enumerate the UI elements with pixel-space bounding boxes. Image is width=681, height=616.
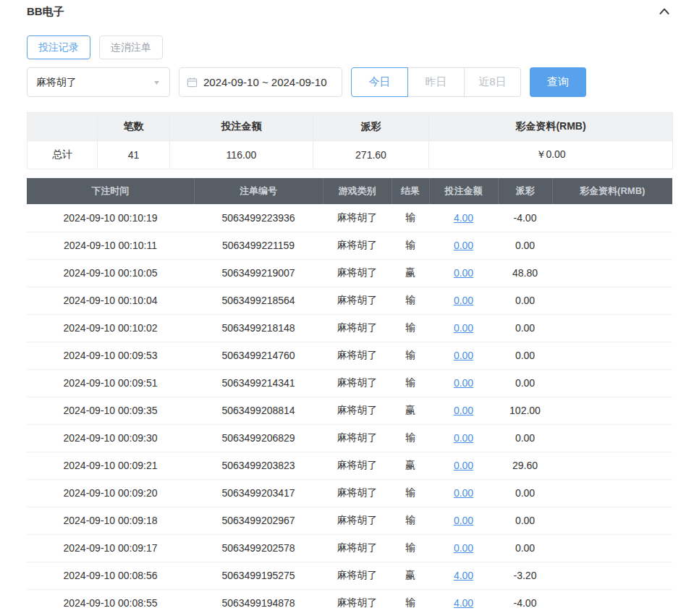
- quick-yesterday-button[interactable]: 昨日: [407, 67, 465, 97]
- bet-amount-link[interactable]: 0.00: [454, 377, 473, 389]
- cell-bonus: [552, 259, 672, 287]
- cell-game: 麻将胡了: [323, 259, 392, 287]
- game-select[interactable]: 麻将胡了 ▼: [27, 67, 170, 97]
- cell-payout: 0.00: [498, 424, 552, 452]
- table-row: 2024-09-10 00:09:35 5063499208814 麻将胡了 赢…: [27, 397, 672, 424]
- table-row: 2024-09-10 00:09:21 5063499203823 麻将胡了 赢…: [27, 452, 672, 479]
- cell-result: 赢: [392, 562, 429, 589]
- cell-game: 麻将胡了: [323, 397, 392, 424]
- cell-bet: 4.00: [429, 204, 498, 232]
- summary-header-blank: [28, 113, 98, 141]
- cell-game: 麻将胡了: [323, 204, 392, 232]
- cell-bet: 0.00: [429, 397, 498, 424]
- table-row: 2024-09-10 00:10:19 5063499223936 麻将胡了 输…: [27, 204, 672, 232]
- game-select-value: 麻将胡了: [36, 76, 77, 89]
- cell-time: 2024-09-10 00:10:19: [27, 204, 194, 232]
- bet-records-table: 下注时间 注单编号 游戏类别 结果 投注金额 派彩 彩金资料(RMB) 2024…: [27, 178, 672, 616]
- bet-amount-link[interactable]: 0.00: [454, 295, 473, 306]
- cell-game: 麻将胡了: [323, 232, 392, 259]
- cell-game: 麻将胡了: [323, 479, 392, 507]
- chevron-up-icon: [658, 5, 671, 18]
- summary-total-row: 总计 41 116.00 271.60 ￥0.00: [28, 141, 673, 169]
- collapse-panel-button[interactable]: [658, 5, 671, 18]
- cell-time: 2024-09-10 00:09:20: [27, 479, 194, 507]
- cell-game: 麻将胡了: [323, 287, 392, 314]
- bet-amount-link[interactable]: 0.00: [454, 322, 473, 334]
- cell-order: 5063499206829: [194, 424, 323, 452]
- cell-game: 麻将胡了: [323, 452, 392, 479]
- cell-payout: 0.00: [498, 534, 552, 562]
- quick-today-button[interactable]: 今日: [351, 67, 408, 97]
- search-button[interactable]: 查询: [530, 67, 586, 97]
- cell-bonus: [552, 589, 672, 616]
- cell-bonus: [552, 397, 672, 424]
- bb-electronic-panel: BB电子 投注记录 连消注单 麻将胡了 ▼ 2024-09-10 ~ 2024-…: [27, 0, 672, 616]
- summary-header-bonus: 彩金资料(RMB): [429, 113, 673, 141]
- date-range-value: 2024-09-10 ~ 2024-09-10: [203, 76, 327, 88]
- cell-order: 5063499202578: [194, 534, 323, 562]
- cell-payout: 0.00: [498, 342, 552, 369]
- bet-amount-link[interactable]: 4.00: [454, 597, 473, 609]
- cell-order: 5063499221159: [194, 232, 323, 259]
- cell-bet: 0.00: [429, 259, 498, 287]
- header-bonus: 彩金资料(RMB): [552, 178, 672, 204]
- cell-result: 输: [392, 369, 429, 397]
- cell-time: 2024-09-10 00:09:30: [27, 424, 194, 452]
- cell-game: 麻将胡了: [323, 562, 392, 589]
- bet-amount-link[interactable]: 0.00: [454, 267, 473, 279]
- cell-time: 2024-09-10 00:09:17: [27, 534, 194, 562]
- table-row: 2024-09-10 00:10:04 5063499218564 麻将胡了 输…: [27, 287, 672, 314]
- table-row: 2024-09-10 00:09:18 5063499202967 麻将胡了 输…: [27, 507, 672, 534]
- cell-result: 输: [392, 204, 429, 232]
- cell-result: 输: [392, 534, 429, 562]
- cell-result: 输: [392, 232, 429, 259]
- cell-bet: 0.00: [429, 452, 498, 479]
- cell-game: 麻将胡了: [323, 369, 392, 397]
- cell-game: 麻将胡了: [323, 314, 392, 342]
- panel-header: BB电子: [27, 4, 672, 19]
- bet-amount-link[interactable]: 0.00: [454, 515, 473, 526]
- summary-bonus: ￥0.00: [429, 141, 673, 169]
- bet-amount-link[interactable]: 0.00: [454, 542, 473, 554]
- cell-bonus: [552, 287, 672, 314]
- table-row: 2024-09-10 00:09:17 5063499202578 麻将胡了 输…: [27, 534, 672, 562]
- bet-table-header-row: 下注时间 注单编号 游戏类别 结果 投注金额 派彩 彩金资料(RMB): [27, 178, 672, 204]
- page-title: BB电子: [27, 5, 64, 19]
- cell-bonus: [552, 314, 672, 342]
- cell-order: 5063499203823: [194, 452, 323, 479]
- cell-bonus: [552, 534, 672, 562]
- tab-bet-records[interactable]: 投注记录: [27, 35, 90, 59]
- date-range-input[interactable]: 2024-09-10 ~ 2024-09-10: [179, 67, 342, 97]
- bet-amount-link[interactable]: 0.00: [454, 487, 473, 499]
- bet-amount-link[interactable]: 0.00: [454, 432, 473, 444]
- bet-amount-link[interactable]: 4.00: [454, 212, 473, 224]
- summary-total-label: 总计: [28, 141, 98, 169]
- cell-bonus: [552, 479, 672, 507]
- cell-order: 5063499203417: [194, 479, 323, 507]
- bet-amount-link[interactable]: 0.00: [454, 350, 473, 361]
- cell-bet: 0.00: [429, 232, 498, 259]
- tab-cancelled-orders[interactable]: 连消注单: [99, 35, 163, 59]
- cell-payout: -4.00: [498, 204, 552, 232]
- cell-game: 麻将胡了: [323, 534, 392, 562]
- cell-order: 5063499219007: [194, 259, 323, 287]
- cell-result: 赢: [392, 397, 429, 424]
- summary-header-bet-amount: 投注金额: [170, 113, 313, 141]
- bet-amount-link[interactable]: 4.00: [454, 570, 473, 581]
- cell-order: 5063499223936: [194, 204, 323, 232]
- cell-bonus: [552, 562, 672, 589]
- bet-amount-link[interactable]: 0.00: [454, 460, 473, 471]
- calendar-icon: [187, 77, 198, 88]
- cell-game: 麻将胡了: [323, 507, 392, 534]
- cell-bet: 0.00: [429, 479, 498, 507]
- table-row: 2024-09-10 00:08:56 5063499195275 麻将胡了 赢…: [27, 562, 672, 589]
- cell-time: 2024-09-10 00:10:04: [27, 287, 194, 314]
- bet-amount-link[interactable]: 0.00: [454, 405, 473, 416]
- cell-bonus: [552, 204, 672, 232]
- cell-payout: 0.00: [498, 507, 552, 534]
- bet-amount-link[interactable]: 0.00: [454, 240, 473, 251]
- cell-order: 5063499214760: [194, 342, 323, 369]
- cell-result: 输: [392, 589, 429, 616]
- quick-last8days-button[interactable]: 近8日: [464, 67, 521, 97]
- cell-order: 5063499202967: [194, 507, 323, 534]
